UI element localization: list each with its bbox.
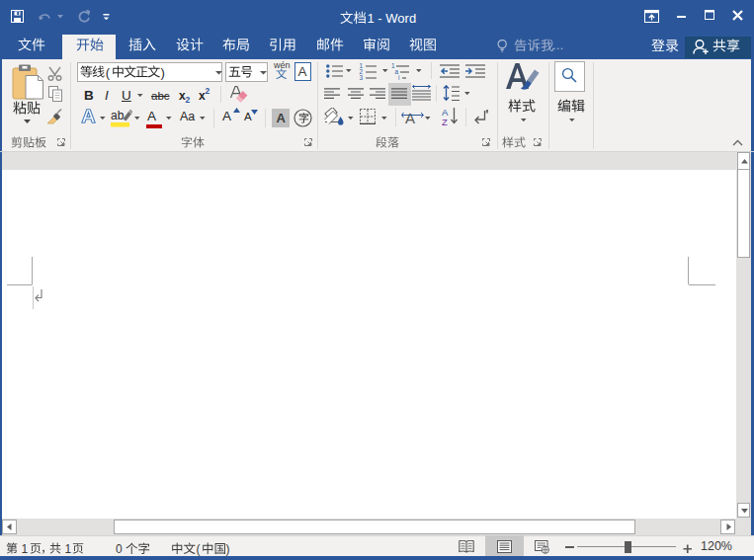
svg-text:3: 3 — [360, 74, 364, 80]
svg-text:Z: Z — [442, 117, 448, 126]
svg-text:A: A — [405, 110, 415, 125]
svg-text:i: i — [398, 74, 399, 80]
svg-text:ab: ab — [111, 109, 125, 122]
